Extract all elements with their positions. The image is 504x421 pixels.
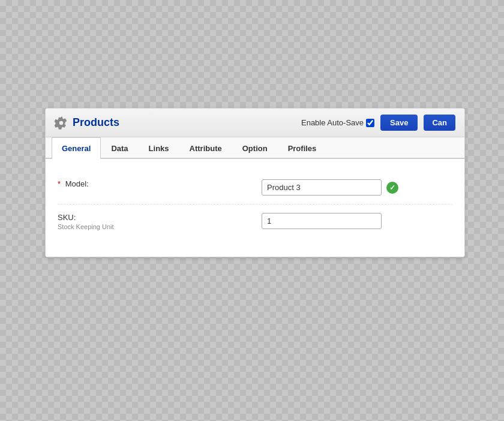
sku-control-area	[262, 213, 382, 229]
tab-data[interactable]: Data	[101, 137, 138, 159]
tabs-bar: General Data Links Attribute Option Prof…	[46, 137, 464, 159]
panel-body: * Model: ✓ SKU: Stock Keeping Unit	[46, 159, 464, 257]
sku-label-area: SKU: Stock Keeping Unit	[58, 213, 262, 230]
model-label-area: * Model:	[58, 179, 262, 188]
gear-icon	[55, 116, 68, 130]
sku-row: SKU: Stock Keeping Unit	[58, 205, 452, 239]
autosave-text: Enable Auto-Save	[301, 118, 364, 127]
tab-option[interactable]: Option	[232, 137, 278, 159]
tab-links[interactable]: Links	[139, 137, 179, 159]
cancel-button[interactable]: Can	[424, 115, 455, 131]
page-title: Products	[73, 116, 119, 129]
header-actions: Enable Auto-Save Save Can	[301, 115, 455, 131]
sku-sublabel: Stock Keeping Unit	[58, 223, 250, 230]
autosave-label[interactable]: Enable Auto-Save	[301, 118, 374, 127]
tab-general[interactable]: General	[52, 137, 101, 159]
products-panel: Products Enable Auto-Save Save Can Gener…	[45, 108, 465, 257]
tab-attribute[interactable]: Attribute	[179, 137, 232, 159]
save-button[interactable]: Save	[380, 115, 418, 131]
model-label: Model:	[65, 179, 89, 188]
model-row: * Model: ✓	[58, 171, 452, 205]
model-input[interactable]	[262, 179, 382, 196]
autosave-checkbox[interactable]	[366, 119, 374, 127]
tab-profiles[interactable]: Profiles	[278, 137, 327, 159]
sku-label: SKU:	[58, 213, 76, 222]
valid-icon: ✓	[386, 182, 398, 194]
panel-header: Products Enable Auto-Save Save Can	[46, 109, 464, 137]
sku-input[interactable]	[262, 213, 382, 229]
model-control-area: ✓	[262, 179, 398, 196]
required-star: *	[58, 179, 61, 188]
panel-title-area: Products	[55, 116, 119, 130]
